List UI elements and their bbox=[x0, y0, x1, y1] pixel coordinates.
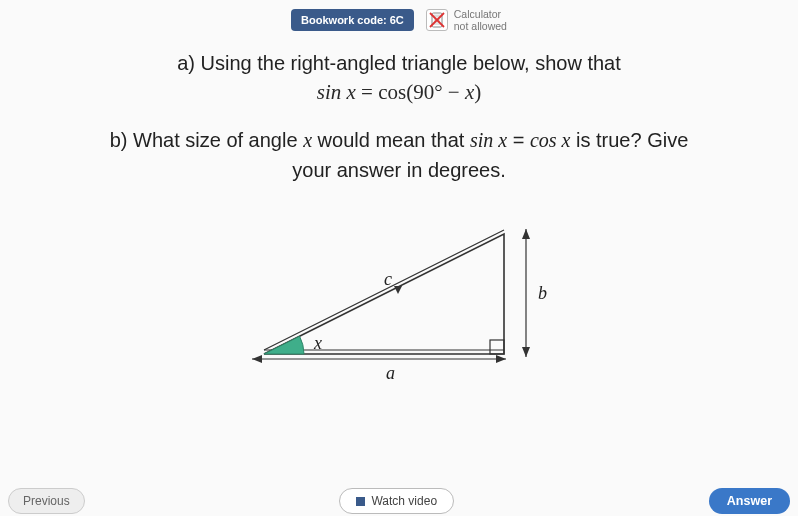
question-header: Bookwork code: 6C Calculator not allowed bbox=[0, 0, 798, 36]
svg-marker-17 bbox=[394, 286, 402, 294]
part-a-text: a) Using the right-angled triangle below… bbox=[28, 48, 770, 78]
svg-marker-12 bbox=[522, 347, 530, 357]
label-c: c bbox=[384, 269, 392, 289]
part-a-equation: sin x = cos(90° − x) bbox=[28, 80, 770, 105]
eq-equals: = bbox=[361, 80, 378, 104]
part-b-block: b) What size of angle x would mean that … bbox=[28, 125, 770, 185]
bookwork-badge: Bookwork code: 6C bbox=[291, 9, 414, 31]
svg-marker-8 bbox=[252, 355, 262, 363]
answer-button[interactable]: Answer bbox=[709, 488, 790, 514]
eq-rhs: cos(90° − x) bbox=[378, 80, 481, 104]
previous-button[interactable]: Previous bbox=[8, 488, 85, 514]
watch-video-button[interactable]: Watch video bbox=[339, 488, 454, 514]
video-icon bbox=[356, 497, 365, 506]
calculator-line1: Calculator bbox=[454, 8, 507, 20]
calculator-line2: not allowed bbox=[454, 20, 507, 32]
svg-marker-9 bbox=[496, 355, 506, 363]
label-x: x bbox=[313, 333, 322, 353]
part-b-line2: your answer in degrees. bbox=[28, 155, 770, 185]
label-b: b bbox=[538, 283, 547, 303]
calculator-status-text: Calculator not allowed bbox=[454, 8, 507, 32]
part-b-line1: b) What size of angle x would mean that … bbox=[28, 125, 770, 155]
svg-rect-16 bbox=[490, 340, 504, 354]
triangle-figure: c b a x bbox=[234, 209, 564, 389]
svg-marker-11 bbox=[522, 229, 530, 239]
watch-video-label: Watch video bbox=[371, 494, 437, 508]
question-body: a) Using the right-angled triangle below… bbox=[0, 36, 798, 389]
svg-line-14 bbox=[264, 230, 504, 350]
calculator-not-allowed-icon bbox=[426, 9, 448, 31]
label-a: a bbox=[386, 363, 395, 383]
eq-lhs: sin x bbox=[317, 80, 356, 104]
footer-row: Previous Watch video Answer bbox=[0, 488, 798, 514]
calculator-status: Calculator not allowed bbox=[426, 8, 507, 32]
triangle-figure-wrap: c b a x bbox=[28, 209, 770, 389]
